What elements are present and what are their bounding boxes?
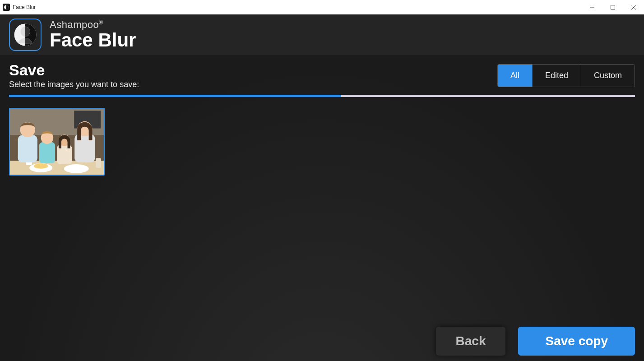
maximize-button[interactable]: [602, 0, 623, 14]
svg-rect-2: [611, 5, 615, 9]
tab-edited[interactable]: Edited: [532, 65, 581, 87]
brand-product: Face Blur: [50, 31, 136, 50]
svg-rect-15: [96, 158, 101, 168]
minimize-button[interactable]: [582, 0, 602, 14]
titlebar-left: Face Blur: [3, 4, 36, 11]
svg-point-12: [64, 164, 89, 173]
svg-point-13: [34, 163, 48, 169]
brand-company: Ashampoo®: [50, 20, 136, 30]
close-button[interactable]: [623, 0, 644, 14]
brand-text: Ashampoo® Face Blur: [50, 20, 136, 50]
page-title: Save: [9, 61, 139, 79]
window-controls: [582, 0, 644, 14]
svg-rect-16: [18, 135, 37, 162]
app-window: Face Blur: [0, 0, 644, 361]
page-subtitle: Select the images you want to save:: [9, 80, 139, 89]
window-title: Face Blur: [13, 4, 36, 10]
thumbnail-item[interactable]: [9, 108, 105, 176]
progress-fill: [9, 95, 341, 97]
save-copy-button[interactable]: Save copy: [518, 327, 635, 356]
filter-tabs: All Edited Custom: [497, 64, 635, 87]
back-button[interactable]: Back: [436, 327, 506, 356]
main-content: Save Select the images you want to save:…: [0, 55, 644, 361]
content-top-row: Save Select the images you want to save:…: [9, 61, 635, 89]
tab-custom[interactable]: Custom: [581, 65, 635, 87]
thumbnail-area: [9, 97, 635, 361]
page-heading-block: Save Select the images you want to save:: [9, 61, 139, 89]
brand-icon: [9, 19, 42, 51]
brand-company-name: Ashampoo: [50, 19, 99, 30]
registered-mark: ®: [99, 19, 103, 26]
app-icon: [3, 4, 10, 11]
progress-bar: [9, 95, 635, 97]
tab-all[interactable]: All: [498, 65, 532, 87]
svg-rect-10: [10, 161, 104, 175]
svg-rect-18: [39, 142, 55, 163]
footer-actions: Back Save copy: [436, 327, 635, 356]
brand-header: Ashampoo® Face Blur: [0, 14, 644, 55]
titlebar: Face Blur: [0, 0, 644, 14]
